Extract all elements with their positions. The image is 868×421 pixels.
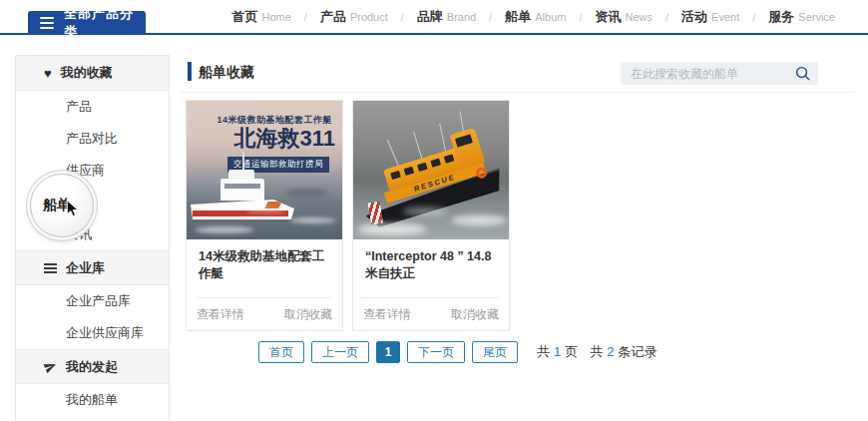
total-pages-count: 1	[554, 344, 561, 359]
nav-news[interactable]: 资讯News	[596, 8, 653, 26]
mouse-cursor-icon	[65, 200, 80, 221]
search-input[interactable]	[621, 62, 818, 85]
main-nav: 首页Home / 产品Product / 品牌Brand / 船单Album /…	[231, 0, 835, 33]
page-last-button[interactable]: 尾页	[472, 341, 518, 363]
view-details-link[interactable]: 查看详情	[197, 306, 244, 323]
nav-event[interactable]: 活动Event	[681, 8, 739, 26]
page-prev-button[interactable]: 上一页	[311, 341, 369, 363]
album-search	[621, 62, 818, 85]
sidebar-item-enterprise-products[interactable]: 企业产品库	[16, 285, 169, 317]
hamburger-icon	[40, 17, 54, 29]
sidebar-item-product-compare[interactable]: 产品对比	[16, 123, 169, 155]
nav-separator: /	[401, 11, 404, 23]
total-records-count: 2	[607, 344, 614, 359]
page-first-button[interactable]: 首页	[258, 341, 304, 363]
wave-illustration	[290, 217, 336, 223]
top-header: 全部产品分类 首页Home / 产品Product / 品牌Brand / 船单…	[0, 0, 868, 35]
main-panel: 船单收藏 14米级救助基地配套工作艇 北海救311 交通运输部救助打捞局	[180, 55, 854, 421]
all-categories-button[interactable]: 全部产品分类	[28, 11, 146, 35]
nav-separator: /	[489, 11, 492, 23]
heart-icon: ♥	[44, 67, 52, 80]
wave-illustration	[246, 209, 286, 213]
nav-home[interactable]: 首页Home	[231, 8, 290, 26]
pagination: 首页 上一页 1 下一页 尾页 共1页共2条记录	[258, 341, 656, 363]
magnifier-overlay: 船单	[30, 174, 94, 237]
album-title[interactable]: “Interceptor 48 ” 14.8米自扶正	[353, 239, 509, 282]
sidebar-item-enterprise-suppliers[interactable]: 企业供应商库	[16, 317, 169, 349]
album-card: RESCUE “Interceptor 48 ” 14.8米自扶正 查看详情 取…	[352, 100, 510, 331]
foam-illustration	[451, 215, 507, 225]
foam-illustration	[403, 208, 447, 215]
view-details-link[interactable]: 查看详情	[363, 306, 411, 323]
sidebar-section-favorites: ♥ 我的收藏	[16, 56, 169, 91]
card-footer: 查看详情 取消收藏	[363, 297, 499, 330]
cover-title: 北海救311	[234, 124, 336, 154]
page-number-current[interactable]: 1	[376, 341, 400, 363]
sidebar-section-title: 企业库	[66, 259, 105, 277]
search-icon[interactable]	[794, 65, 811, 86]
nav-separator: /	[579, 11, 582, 23]
title-accent-bar	[188, 62, 192, 81]
wave-illustration	[195, 226, 254, 233]
nav-brand[interactable]: 品牌Brand	[417, 8, 476, 26]
nav-separator: /	[304, 11, 307, 23]
nav-separator: /	[752, 11, 755, 23]
sidebar-section-title: 我的收藏	[61, 64, 113, 82]
page: 全部产品分类 首页Home / 产品Product / 品牌Brand / 船单…	[0, 0, 868, 421]
pagination-summary: 共1页共2条记录	[537, 343, 656, 361]
album-cover-interceptor48[interactable]: RESCUE	[353, 101, 509, 239]
sidebar-section-title: 我的发起	[66, 358, 118, 376]
cancel-favorite-link[interactable]: 取消收藏	[451, 306, 499, 323]
album-title[interactable]: 14米级救助基地配套工作艇	[187, 239, 342, 282]
card-footer: 查看详情 取消收藏	[197, 297, 332, 330]
list-icon	[44, 263, 57, 273]
album-card: 14米级救助基地配套工作艇 北海救311 交通运输部救助打捞局 14米级救助基地…	[186, 100, 343, 331]
sidebar-section-my-initiated: 我的发起	[16, 349, 169, 384]
nav-separator: /	[665, 11, 668, 23]
rescue-boat-illustration	[191, 152, 300, 229]
main-titlebar: 船单收藏	[180, 55, 854, 93]
nav-product[interactable]: 产品Product	[320, 8, 388, 26]
album-cover-beihaijiu311[interactable]: 14米级救助基地配套工作艇 北海救311 交通运输部救助打捞局	[187, 101, 342, 239]
sidebar-item-products[interactable]: 产品	[16, 91, 169, 123]
nav-album[interactable]: 船单Album	[505, 8, 566, 26]
sidebar: ♥ 我的收藏 产品 产品对比 供应商 船单 资讯 企业库 企业产品库 企业供应商…	[15, 55, 170, 421]
cancel-favorite-link[interactable]: 取消收藏	[284, 306, 332, 323]
album-card-list: 14米级救助基地配套工作艇 北海救311 交通运输部救助打捞局 14米级救助基地…	[186, 100, 510, 331]
all-categories-label: 全部产品分类	[64, 5, 146, 41]
page-title: 船单收藏	[199, 64, 254, 82]
page-next-button[interactable]: 下一页	[407, 341, 465, 363]
sidebar-section-enterprise: 企业库	[16, 250, 169, 285]
sidebar-item-my-albums[interactable]: 我的船单	[16, 384, 169, 416]
foam-illustration	[357, 223, 427, 235]
nav-service[interactable]: 服务Service	[768, 8, 835, 26]
send-icon	[44, 360, 57, 373]
